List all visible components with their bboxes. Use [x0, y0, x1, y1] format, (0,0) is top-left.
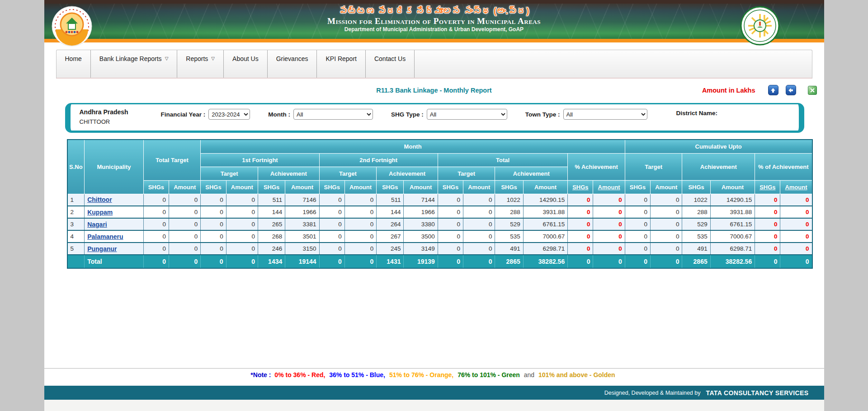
municipality-link[interactable]: Palamaneru — [87, 233, 123, 240]
value-cell: 0 — [625, 218, 650, 230]
municipality-link[interactable]: Kuppam — [87, 209, 113, 216]
municipality-row: 3Nagari00002653381002643380005296761.150… — [67, 218, 812, 230]
municipality-cell: Kuppam — [85, 206, 144, 218]
municipality-row: 5Punganur00002463150002453149004916298.7… — [67, 243, 812, 255]
value-cell: 0 — [319, 194, 344, 206]
value-cell: 38282.56 — [710, 255, 755, 268]
value-cell: 0 — [438, 194, 463, 206]
col-header-2nd-fortnight: 2nd Fortnight — [319, 153, 438, 167]
shgs-column-header: SHGs — [319, 180, 344, 194]
report-title-row: R11.3 Bank Linkage - Monthly Report Amou… — [44, 84, 824, 98]
col-header-total: Total — [438, 153, 567, 167]
value-cell: 0 — [625, 243, 650, 255]
municipality-link[interactable]: Punganur — [87, 245, 117, 252]
bottom-gap — [44, 400, 824, 411]
town-type-select[interactable]: All — [563, 109, 647, 120]
nav-label: Grievances — [276, 55, 308, 78]
value-cell: 0 — [651, 218, 682, 230]
financial-year-select[interactable]: 2023-2024 — [208, 109, 250, 120]
value-cell: 0 — [755, 243, 780, 255]
value-cell: 0 — [319, 243, 344, 255]
value-cell: 268 — [258, 230, 285, 243]
value-cell: 0 — [169, 230, 201, 243]
note-segment-green: 76% to 101% - Green — [458, 371, 520, 378]
value-cell: 245 — [377, 243, 404, 255]
nav-item-home[interactable]: Home — [57, 50, 91, 78]
filter-panel: Andhra Pradesh CHITTOOR Financial Year :… — [65, 103, 804, 133]
value-cell: 511 — [258, 194, 285, 206]
municipality-row: 1Chittoor0000511714600511714400102214290… — [67, 194, 812, 206]
value-cell: 0 — [438, 218, 463, 230]
value-cell: 0 — [344, 194, 376, 206]
dropdown-arrow-icon: ▽ — [211, 55, 215, 78]
footer-credit: Designed, Developed & Maintained by — [604, 390, 701, 396]
banner-text-block: పట్టణ పేదరిక నిర్మూలన సంస్థ (అం.ప్ర) Mis… — [44, 5, 824, 33]
shgs-column-header: SHGs — [201, 180, 226, 194]
excel-x-icon — [810, 88, 815, 93]
amount-column-header[interactable]: Amount — [780, 180, 812, 194]
scroll-to-top-button[interactable] — [768, 85, 778, 95]
shgs-column-header[interactable]: SHGs — [568, 180, 593, 194]
nav-item-about-us[interactable]: About Us — [224, 50, 268, 78]
amount-column-header[interactable]: Amount — [593, 180, 625, 194]
value-cell: 0 — [344, 255, 376, 268]
nav-item-reports[interactable]: Reports▽ — [177, 50, 224, 78]
value-cell: 0 — [463, 206, 495, 218]
value-cell: 0 — [463, 255, 495, 268]
back-button[interactable] — [786, 85, 796, 95]
value-cell: 0 — [226, 194, 258, 206]
value-cell: 3500 — [404, 230, 438, 243]
value-cell: 0 — [568, 206, 593, 218]
shgs-column-header: SHGs — [495, 180, 523, 194]
value-cell: 0 — [226, 255, 258, 268]
shg-type-select[interactable]: All — [427, 109, 507, 120]
value-cell: 0 — [226, 230, 258, 243]
nav-item-grievances[interactable]: Grievances — [268, 50, 317, 78]
shgs-column-header[interactable]: SHGs — [755, 180, 780, 194]
value-cell: 6761.15 — [523, 218, 567, 230]
value-cell: 7000.67 — [710, 230, 755, 243]
header-banner: పట్టణ పేదరిక నిర్మూలన సంస్థ (అం.ప్ర) Mis… — [44, 4, 824, 39]
month-select[interactable]: All — [293, 109, 373, 120]
amount-column-header: Amount — [651, 180, 682, 194]
page: పట్టణ పేదరిక నిర్మూలన సంస్థ (అం.ప్ర) Mis… — [44, 0, 824, 411]
nav-item-bank-linkage-reports[interactable]: Bank Linkage Reports▽ — [91, 50, 177, 78]
value-cell: 3381 — [285, 218, 319, 230]
amount-column-header: Amount — [710, 180, 755, 194]
value-cell: 1434 — [258, 255, 285, 268]
value-cell: 0 — [463, 194, 495, 206]
nav-item-kpi-report[interactable]: KPI Report — [317, 50, 365, 78]
value-cell: 144 — [258, 206, 285, 218]
municipality-cell: Palamaneru — [85, 230, 144, 243]
nav-label: Contact Us — [374, 55, 406, 78]
value-cell: 7144 — [404, 194, 438, 206]
value-cell: 0 — [755, 218, 780, 230]
value-cell: 0 — [201, 206, 226, 218]
value-cell: 529 — [495, 218, 523, 230]
nav-item-contact-us[interactable]: Contact Us — [366, 50, 415, 78]
excel-export-icon[interactable] — [808, 86, 817, 95]
dropdown-arrow-icon: ▽ — [165, 55, 169, 78]
banner-title: Mission for Elimination of Poverty in Mu… — [44, 16, 824, 26]
district-name-value: CHITTOOR — [80, 118, 143, 125]
municipality-link[interactable]: Nagari — [87, 221, 107, 228]
value-cell: 3931.88 — [523, 206, 567, 218]
town-type-group: Town Type : All — [525, 108, 647, 120]
value-cell: 0 — [226, 218, 258, 230]
sno-cell: 2 — [67, 206, 85, 218]
shgs-column-header: SHGs — [625, 180, 650, 194]
value-cell: 1966 — [404, 206, 438, 218]
value-cell: 267 — [377, 230, 404, 243]
value-cell: 0 — [463, 218, 495, 230]
municipality-link[interactable]: Chittoor — [87, 196, 112, 203]
shgs-column-header: SHGs — [682, 180, 710, 194]
value-cell: 0 — [438, 230, 463, 243]
nav-label: Bank Linkage Reports — [99, 55, 162, 78]
sno-cell: 4 — [67, 230, 85, 243]
total-label-cell: Total — [85, 255, 144, 268]
value-cell: 0 — [625, 255, 650, 268]
value-cell: 265 — [258, 218, 285, 230]
value-cell: 0 — [651, 230, 682, 243]
value-cell: 0 — [169, 206, 201, 218]
nav-label: Home — [65, 55, 82, 78]
